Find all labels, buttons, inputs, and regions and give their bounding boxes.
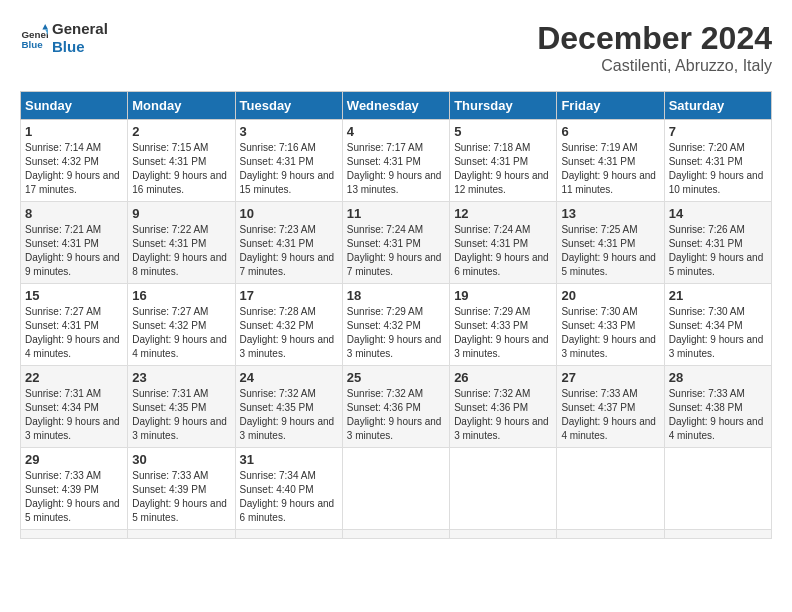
calendar-day-cell: 6 Sunrise: 7:19 AM Sunset: 4:31 PM Dayli… <box>557 120 664 202</box>
day-info: Sunrise: 7:30 AM Sunset: 4:34 PM Dayligh… <box>669 305 767 361</box>
day-number: 17 <box>240 288 338 303</box>
calendar-day-cell <box>450 448 557 530</box>
day-number: 28 <box>669 370 767 385</box>
day-number: 27 <box>561 370 659 385</box>
day-number: 5 <box>454 124 552 139</box>
calendar-day-cell <box>342 448 449 530</box>
calendar-day-cell: 14 Sunrise: 7:26 AM Sunset: 4:31 PM Dayl… <box>664 202 771 284</box>
calendar-day-cell: 8 Sunrise: 7:21 AM Sunset: 4:31 PM Dayli… <box>21 202 128 284</box>
calendar-day-cell: 4 Sunrise: 7:17 AM Sunset: 4:31 PM Dayli… <box>342 120 449 202</box>
calendar-day-cell: 16 Sunrise: 7:27 AM Sunset: 4:32 PM Dayl… <box>128 284 235 366</box>
day-info: Sunrise: 7:31 AM Sunset: 4:34 PM Dayligh… <box>25 387 123 443</box>
svg-marker-2 <box>42 24 48 30</box>
calendar-day-cell <box>21 530 128 539</box>
title-block: December 2024 Castilenti, Abruzzo, Italy <box>537 20 772 75</box>
day-number: 16 <box>132 288 230 303</box>
logo: General Blue General Blue <box>20 20 108 56</box>
day-info: Sunrise: 7:32 AM Sunset: 4:36 PM Dayligh… <box>347 387 445 443</box>
day-info: Sunrise: 7:33 AM Sunset: 4:39 PM Dayligh… <box>25 469 123 525</box>
calendar-day-cell: 26 Sunrise: 7:32 AM Sunset: 4:36 PM Dayl… <box>450 366 557 448</box>
calendar-day-cell: 11 Sunrise: 7:24 AM Sunset: 4:31 PM Dayl… <box>342 202 449 284</box>
weekday-header: Wednesday <box>342 92 449 120</box>
day-info: Sunrise: 7:29 AM Sunset: 4:32 PM Dayligh… <box>347 305 445 361</box>
calendar-day-cell: 1 Sunrise: 7:14 AM Sunset: 4:32 PM Dayli… <box>21 120 128 202</box>
day-number: 25 <box>347 370 445 385</box>
svg-text:Blue: Blue <box>21 39 43 50</box>
calendar-week-row: 15 Sunrise: 7:27 AM Sunset: 4:31 PM Dayl… <box>21 284 772 366</box>
day-number: 23 <box>132 370 230 385</box>
logo-icon: General Blue <box>20 24 48 52</box>
day-number: 31 <box>240 452 338 467</box>
day-number: 19 <box>454 288 552 303</box>
day-number: 14 <box>669 206 767 221</box>
day-info: Sunrise: 7:29 AM Sunset: 4:33 PM Dayligh… <box>454 305 552 361</box>
day-info: Sunrise: 7:17 AM Sunset: 4:31 PM Dayligh… <box>347 141 445 197</box>
day-info: Sunrise: 7:30 AM Sunset: 4:33 PM Dayligh… <box>561 305 659 361</box>
calendar-day-cell: 29 Sunrise: 7:33 AM Sunset: 4:39 PM Dayl… <box>21 448 128 530</box>
day-info: Sunrise: 7:15 AM Sunset: 4:31 PM Dayligh… <box>132 141 230 197</box>
calendar-day-cell: 23 Sunrise: 7:31 AM Sunset: 4:35 PM Dayl… <box>128 366 235 448</box>
calendar-day-cell: 17 Sunrise: 7:28 AM Sunset: 4:32 PM Dayl… <box>235 284 342 366</box>
weekday-header: Tuesday <box>235 92 342 120</box>
day-info: Sunrise: 7:28 AM Sunset: 4:32 PM Dayligh… <box>240 305 338 361</box>
day-info: Sunrise: 7:33 AM Sunset: 4:37 PM Dayligh… <box>561 387 659 443</box>
calendar-day-cell: 30 Sunrise: 7:33 AM Sunset: 4:39 PM Dayl… <box>128 448 235 530</box>
calendar-day-cell <box>664 530 771 539</box>
day-number: 7 <box>669 124 767 139</box>
weekday-header: Thursday <box>450 92 557 120</box>
day-info: Sunrise: 7:24 AM Sunset: 4:31 PM Dayligh… <box>347 223 445 279</box>
calendar-day-cell <box>342 530 449 539</box>
calendar-day-cell: 27 Sunrise: 7:33 AM Sunset: 4:37 PM Dayl… <box>557 366 664 448</box>
day-number: 2 <box>132 124 230 139</box>
calendar-day-cell: 24 Sunrise: 7:32 AM Sunset: 4:35 PM Dayl… <box>235 366 342 448</box>
day-number: 24 <box>240 370 338 385</box>
day-number: 30 <box>132 452 230 467</box>
day-info: Sunrise: 7:33 AM Sunset: 4:38 PM Dayligh… <box>669 387 767 443</box>
day-info: Sunrise: 7:27 AM Sunset: 4:32 PM Dayligh… <box>132 305 230 361</box>
calendar-day-cell: 18 Sunrise: 7:29 AM Sunset: 4:32 PM Dayl… <box>342 284 449 366</box>
day-info: Sunrise: 7:32 AM Sunset: 4:35 PM Dayligh… <box>240 387 338 443</box>
day-info: Sunrise: 7:14 AM Sunset: 4:32 PM Dayligh… <box>25 141 123 197</box>
calendar-day-cell: 9 Sunrise: 7:22 AM Sunset: 4:31 PM Dayli… <box>128 202 235 284</box>
day-number: 3 <box>240 124 338 139</box>
day-number: 13 <box>561 206 659 221</box>
day-info: Sunrise: 7:19 AM Sunset: 4:31 PM Dayligh… <box>561 141 659 197</box>
day-number: 9 <box>132 206 230 221</box>
calendar-day-cell <box>557 530 664 539</box>
calendar-day-cell: 15 Sunrise: 7:27 AM Sunset: 4:31 PM Dayl… <box>21 284 128 366</box>
day-info: Sunrise: 7:23 AM Sunset: 4:31 PM Dayligh… <box>240 223 338 279</box>
day-number: 4 <box>347 124 445 139</box>
calendar-day-cell: 22 Sunrise: 7:31 AM Sunset: 4:34 PM Dayl… <box>21 366 128 448</box>
calendar-table: SundayMondayTuesdayWednesdayThursdayFrid… <box>20 91 772 539</box>
calendar-day-cell: 25 Sunrise: 7:32 AM Sunset: 4:36 PM Dayl… <box>342 366 449 448</box>
calendar-day-cell: 2 Sunrise: 7:15 AM Sunset: 4:31 PM Dayli… <box>128 120 235 202</box>
calendar-day-cell: 13 Sunrise: 7:25 AM Sunset: 4:31 PM Dayl… <box>557 202 664 284</box>
calendar-day-cell <box>664 448 771 530</box>
calendar-week-row <box>21 530 772 539</box>
day-number: 20 <box>561 288 659 303</box>
calendar-day-cell: 7 Sunrise: 7:20 AM Sunset: 4:31 PM Dayli… <box>664 120 771 202</box>
calendar-day-cell <box>450 530 557 539</box>
day-number: 1 <box>25 124 123 139</box>
logo-text-blue: Blue <box>52 38 108 56</box>
day-number: 26 <box>454 370 552 385</box>
day-number: 18 <box>347 288 445 303</box>
day-number: 11 <box>347 206 445 221</box>
calendar-title: December 2024 <box>537 20 772 57</box>
calendar-header-row: SundayMondayTuesdayWednesdayThursdayFrid… <box>21 92 772 120</box>
calendar-day-cell: 19 Sunrise: 7:29 AM Sunset: 4:33 PM Dayl… <box>450 284 557 366</box>
calendar-day-cell: 21 Sunrise: 7:30 AM Sunset: 4:34 PM Dayl… <box>664 284 771 366</box>
day-info: Sunrise: 7:24 AM Sunset: 4:31 PM Dayligh… <box>454 223 552 279</box>
day-info: Sunrise: 7:16 AM Sunset: 4:31 PM Dayligh… <box>240 141 338 197</box>
weekday-header: Sunday <box>21 92 128 120</box>
calendar-subtitle: Castilenti, Abruzzo, Italy <box>537 57 772 75</box>
calendar-day-cell <box>557 448 664 530</box>
day-number: 15 <box>25 288 123 303</box>
weekday-header: Saturday <box>664 92 771 120</box>
calendar-day-cell: 20 Sunrise: 7:30 AM Sunset: 4:33 PM Dayl… <box>557 284 664 366</box>
day-info: Sunrise: 7:20 AM Sunset: 4:31 PM Dayligh… <box>669 141 767 197</box>
weekday-header: Friday <box>557 92 664 120</box>
page-header: General Blue General Blue December 2024 … <box>20 20 772 75</box>
day-number: 29 <box>25 452 123 467</box>
day-info: Sunrise: 7:31 AM Sunset: 4:35 PM Dayligh… <box>132 387 230 443</box>
